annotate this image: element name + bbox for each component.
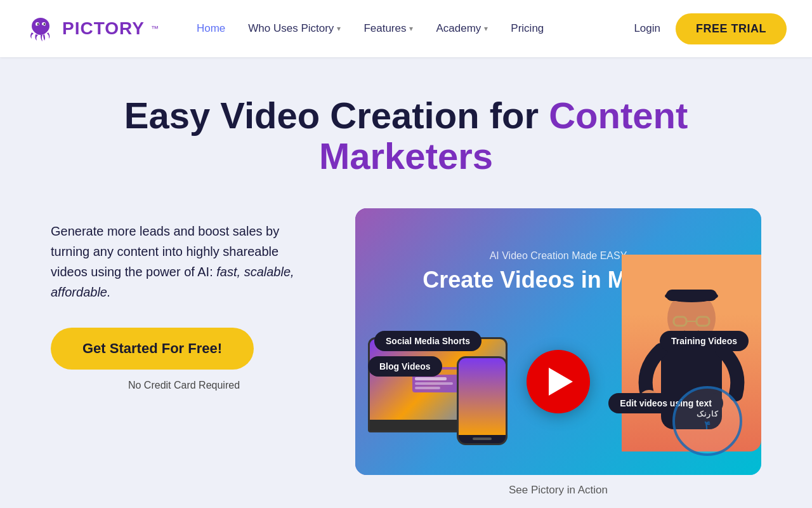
- play-button[interactable]: [527, 350, 590, 413]
- chevron-down-icon: ▾: [409, 24, 413, 33]
- nav-features[interactable]: Features ▾: [363, 22, 413, 35]
- svg-point-3: [37, 23, 39, 25]
- see-pictory-label: See Pictory in Action: [355, 484, 761, 497]
- svg-point-5: [34, 25, 47, 35]
- hero-body: Generate more leads and boost sales by t…: [51, 208, 761, 497]
- phone-home-bar: [473, 438, 492, 440]
- video-thumbnail[interactable]: AI Video Creation Made EASY Create Video…: [355, 208, 761, 475]
- hero-left: Generate more leads and boost sales by t…: [51, 208, 317, 391]
- nav-academy[interactable]: Academy ▾: [436, 22, 488, 35]
- nav-links: Home Who Uses Pictory ▾ Features ▾ Acade…: [197, 22, 634, 35]
- login-link[interactable]: Login: [634, 22, 660, 35]
- trademark: ™: [151, 24, 159, 33]
- hero-description: Generate more leads and boost sales by t…: [51, 221, 317, 302]
- brand-name: PICTORY: [62, 18, 145, 39]
- free-trial-button[interactable]: FREE TRIAL: [676, 13, 787, 44]
- pill-training-videos: Training Videos: [660, 331, 749, 351]
- watermark-circle: کارنک ۴: [672, 386, 742, 456]
- svg-point-4: [44, 23, 46, 25]
- pill-blog-videos: Blog Videos: [368, 356, 442, 377]
- hero-title: Easy Video Creation for Content Marketer…: [51, 95, 761, 177]
- get-started-button[interactable]: Get Started For Free!: [51, 328, 254, 370]
- chevron-down-icon: ▾: [484, 24, 488, 33]
- watermark-text-line1: کارنک: [697, 410, 719, 418]
- nav-who-uses[interactable]: Who Uses Pictory ▾: [248, 22, 341, 35]
- chevron-down-icon: ▾: [337, 24, 341, 33]
- watermark: کارنک ۴: [672, 386, 742, 456]
- logo[interactable]: PICTORY™: [25, 13, 159, 44]
- navbar: PICTORY™ Home Who Uses Pictory ▾ Feature…: [0, 0, 812, 57]
- nav-pricing[interactable]: Pricing: [511, 22, 544, 35]
- svg-rect-8: [415, 377, 447, 380]
- pill-social-media: Social Media Shorts: [374, 331, 481, 351]
- logo-icon: [25, 13, 56, 44]
- svg-rect-14: [666, 290, 717, 301]
- video-label: AI Video Creation Made EASY: [490, 250, 627, 262]
- nav-right: Login FREE TRIAL: [634, 13, 787, 44]
- svg-rect-9: [415, 382, 453, 385]
- svg-rect-10: [415, 387, 440, 389]
- hero-right: AI Video Creation Made EASY Create Video…: [355, 208, 761, 497]
- phone-mockup: [457, 356, 508, 445]
- phone-screen: [459, 358, 506, 435]
- nav-home[interactable]: Home: [197, 22, 225, 35]
- hero-section: Easy Video Creation for Content Marketer…: [0, 57, 812, 508]
- no-credit-text: No Credit Card Required: [51, 380, 317, 391]
- watermark-text-line2: ۴: [704, 418, 710, 432]
